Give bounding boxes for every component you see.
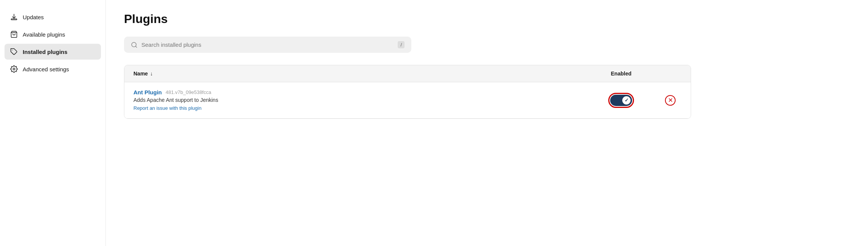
sidebar-item-label-updates: Updates xyxy=(23,14,44,20)
plugin-name[interactable]: Ant Plugin xyxy=(133,89,162,95)
check-icon: ✓ xyxy=(625,97,629,103)
search-input[interactable] xyxy=(141,42,394,48)
toggle-cell: ✓ xyxy=(583,93,659,108)
sidebar-item-label-available: Available plugins xyxy=(23,31,65,38)
action-cell: ✕ xyxy=(659,95,682,106)
delete-button[interactable]: ✕ xyxy=(665,95,676,106)
page-title: Plugins xyxy=(124,12,850,26)
sidebar: Updates Available plugins Installed plug… xyxy=(0,0,106,246)
plugin-report-link[interactable]: Report an issue with this plugin xyxy=(133,105,202,111)
sidebar-item-advanced-settings[interactable]: Advanced settings xyxy=(5,61,101,77)
puzzle-icon xyxy=(10,48,18,56)
main-content: Plugins / Name ↓ Enabled Ant Plugin 481.… xyxy=(106,0,868,246)
table-row: Ant Plugin 481.v7b_09e538fcca Adds Apach… xyxy=(124,82,691,118)
search-icon xyxy=(131,42,138,48)
plugin-info: Ant Plugin 481.v7b_09e538fcca Adds Apach… xyxy=(133,89,583,111)
bag-icon xyxy=(10,30,18,38)
sidebar-item-available-plugins[interactable]: Available plugins xyxy=(5,26,101,42)
plugin-version: 481.v7b_09e538fcca xyxy=(166,89,211,95)
search-bar: / xyxy=(124,37,411,53)
gear-icon xyxy=(10,65,18,73)
toggle-knob: ✓ xyxy=(622,96,631,105)
enabled-toggle[interactable]: ✓ xyxy=(610,95,632,106)
plugin-title-row: Ant Plugin 481.v7b_09e538fcca xyxy=(133,89,583,95)
plugins-table: Name ↓ Enabled Ant Plugin 481.v7b_09e538… xyxy=(124,65,691,119)
svg-line-5 xyxy=(135,46,136,47)
toggle-highlight: ✓ xyxy=(608,93,634,108)
plugin-description: Adds Apache Ant support to Jenkins xyxy=(133,97,583,103)
sidebar-item-installed-plugins[interactable]: Installed plugins xyxy=(5,44,101,60)
sidebar-item-label-advanced: Advanced settings xyxy=(23,66,69,72)
svg-rect-0 xyxy=(11,19,17,20)
svg-point-3 xyxy=(13,68,15,70)
column-header-name[interactable]: Name ↓ xyxy=(133,71,583,77)
search-shortcut: / xyxy=(398,41,405,48)
download-icon xyxy=(10,13,18,21)
sidebar-item-updates[interactable]: Updates xyxy=(5,9,101,25)
sidebar-item-label-installed: Installed plugins xyxy=(23,49,67,55)
column-header-enabled: Enabled xyxy=(583,71,659,77)
table-header: Name ↓ Enabled xyxy=(124,65,691,82)
